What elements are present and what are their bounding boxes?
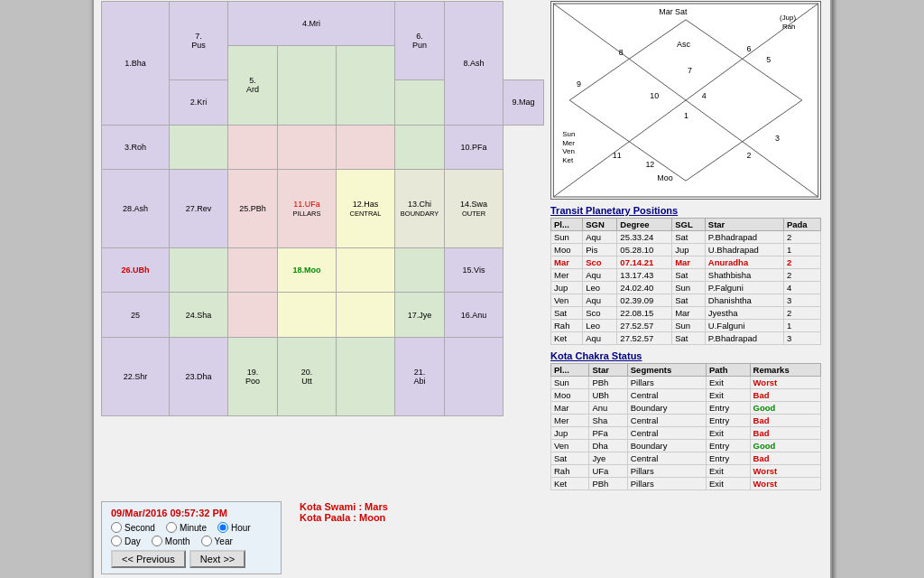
cell-15vis: 15.Vis — [445, 248, 504, 293]
cell-3roh: 3.Roh — [102, 125, 170, 169]
s-star: UBh — [589, 389, 627, 402]
svg-text:Rah: Rah — [782, 23, 796, 31]
s-path: Exit — [706, 427, 750, 440]
svg-text:Mar Sat: Mar Sat — [659, 7, 688, 16]
t-pada: 2 — [783, 269, 820, 282]
t-sgn: Aqu — [583, 294, 617, 307]
s-segments: Pillars — [627, 478, 706, 490]
prev-button[interactable]: << Previous — [111, 550, 186, 568]
radio-day[interactable]: Day — [111, 536, 141, 546]
svg-text:2: 2 — [746, 151, 751, 160]
svg-text:Moo: Moo — [657, 173, 672, 182]
radio-month-input[interactable] — [152, 536, 162, 546]
s-segments: Pillars — [627, 465, 706, 478]
s-star: PFa — [589, 427, 627, 440]
th-pada: Pada — [783, 219, 820, 231]
swami-paala-box: Kota Swami : Mars Kota Paala : Moon — [300, 501, 388, 523]
main-content: 1.Bha 7.Pus 4.Mri 6.Pun 8.Ash 5.Ard 2.Kr… — [94, 0, 830, 498]
cell-center-label: 11.UFaPILLARS — [278, 169, 337, 247]
transit-row: Jup Leo 24.02.40 Sun P.Falguni 4 — [551, 282, 821, 294]
radio-second-input[interactable] — [111, 522, 122, 533]
radio-day-input[interactable] — [111, 536, 122, 546]
radio-hour-input[interactable] — [217, 522, 228, 533]
t-sgn: Aqu — [583, 231, 617, 244]
t-star: P.Bhadrapad — [705, 332, 783, 345]
s-segments: Boundary — [627, 402, 706, 415]
swami-link[interactable]: Kota Swami : Mars — [300, 501, 388, 512]
swami-line: Kota Swami : Mars — [300, 501, 388, 512]
radio-minute[interactable]: Minute — [166, 522, 207, 533]
s-remarks: Worst — [750, 465, 820, 478]
sth-path: Path — [706, 364, 750, 377]
cell-9mag: 9.Mag — [504, 80, 544, 125]
radio-year[interactable]: Year — [201, 536, 233, 546]
t-planet: Moo — [551, 244, 583, 256]
t-pada: 1 — [783, 320, 820, 332]
status-row: Mar Anu Boundary Entry Good — [551, 402, 821, 415]
t-planet: Jup — [551, 282, 583, 294]
cell-17jye: 17.Jye — [395, 293, 445, 337]
s-planet: Ket — [551, 478, 589, 490]
cell-25pbh: 25.PBh — [228, 169, 278, 247]
s-planet: Sat — [551, 452, 589, 465]
radio-year-input[interactable] — [201, 536, 212, 546]
t-degree: 05.28.10 — [617, 244, 672, 256]
cell-8ash: 8.Ash — [445, 2, 504, 126]
s-planet: Mar — [551, 402, 589, 415]
cell-bottom-c — [337, 337, 395, 415]
s-star: Dha — [589, 440, 627, 452]
transit-row: Sun Aqu 25.33.24 Sat P.Bhadrapad 2 — [551, 231, 821, 244]
t-star: U.Falguni — [705, 320, 783, 332]
t-star: P.Bhadrapad — [705, 231, 783, 244]
radio-hour[interactable]: Hour — [217, 522, 251, 533]
t-star: Dhanishtha — [705, 294, 783, 307]
svg-text:Mer: Mer — [562, 139, 575, 147]
birth-chart: Mar Sat 8 Asc 6 5 (Jup) Rah 9 7 1 — [550, 1, 821, 200]
radio-month[interactable]: Month — [152, 536, 190, 546]
s-segments: Central — [627, 427, 706, 440]
transit-title: Transit Planetary Positions — [550, 205, 821, 216]
s-star: Sha — [589, 415, 627, 427]
t-sgl: Sat — [672, 332, 706, 345]
t-planet: Mer — [551, 269, 583, 282]
transit-row: Moo Pis 05.28.10 Jup U.Bhadrapad 1 — [551, 244, 821, 256]
next-button[interactable]: Next >> — [189, 550, 246, 568]
s-remarks: Worst — [750, 377, 820, 389]
left-panel: 1.Bha 7.Pus 4.Mri 6.Pun 8.Ash 5.Ard 2.Kr… — [101, 1, 543, 490]
s-star: Anu — [589, 402, 627, 415]
svg-text:(Jup): (Jup) — [780, 14, 796, 22]
status-row: Moo UBh Central Exit Bad — [551, 389, 821, 402]
cell-inner-bl — [228, 293, 278, 337]
svg-text:Ven: Ven — [562, 147, 575, 155]
status-row: Rah UFa Pillars Exit Worst — [551, 465, 821, 478]
th-planet: Pl... — [551, 219, 583, 231]
cell-mid-ll — [170, 248, 228, 293]
t-planet: Ven — [551, 294, 583, 307]
t-pada: 2 — [783, 256, 820, 269]
t-planet: Sat — [551, 307, 583, 320]
svg-text:9: 9 — [577, 79, 581, 89]
svg-text:Sun: Sun — [562, 130, 575, 138]
radio-second[interactable]: Second — [111, 522, 155, 533]
cell-inner2 — [337, 46, 395, 125]
main-window: Kota Chakra X 1.Bha 7.Pus 4.Mri 6.Pun 8.… — [92, 0, 832, 578]
transit-row: Ven Aqu 02.39.09 Sat Dhanishtha 3 — [551, 294, 821, 307]
transit-row: Sat Sco 22.08.15 Mar Jyestha 2 — [551, 307, 821, 320]
cell-mid-rr — [395, 248, 445, 293]
paala-link[interactable]: Kota Paala : Moon — [300, 512, 385, 523]
t-star: P.Falguni — [705, 282, 783, 294]
radio-minute-input[interactable] — [166, 522, 177, 533]
cell-22shr: 22.Shr — [102, 337, 170, 415]
status-section: Kota Chakra Status Pl... Star Segments P… — [550, 350, 821, 490]
t-planet: Rah — [551, 320, 583, 332]
s-segments: Central — [627, 452, 706, 465]
cell-inner-tl — [228, 125, 278, 169]
t-sgn: Sco — [583, 256, 617, 269]
svg-text:3: 3 — [775, 134, 780, 143]
cell-23dha: 23.Dha — [170, 337, 228, 415]
t-star: Shathbisha — [705, 269, 783, 282]
s-remarks: Good — [750, 440, 820, 452]
t-pada: 3 — [783, 332, 820, 345]
svg-text:1: 1 — [684, 111, 688, 120]
s-path: Exit — [706, 478, 750, 490]
